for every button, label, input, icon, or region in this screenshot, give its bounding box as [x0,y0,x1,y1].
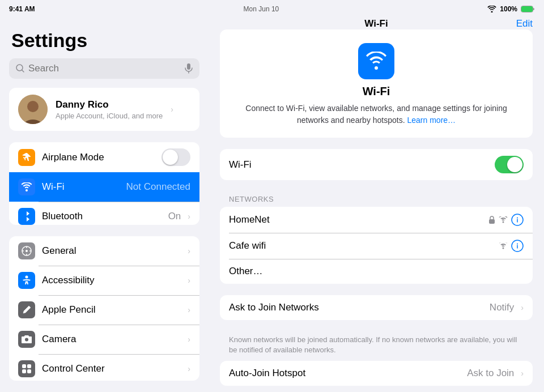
accessibility-icon-bg [18,272,35,289]
ask-to-join-row[interactable]: Ask to Join Networks Notify › [220,295,533,320]
panel-content: Wi-Fi Connect to Wi-Fi, view available n… [209,29,544,392]
wifi-icon [21,182,32,191]
accessibility-chevron: › [188,276,190,285]
wifi-toggle-label: Wi-Fi [229,159,488,171]
network-row-other[interactable]: Other… [220,259,533,284]
bluetooth-value: On [168,211,181,222]
panel-title: Wi-Fi [364,18,388,29]
svg-rect-22 [27,369,31,373]
controlcenter-icon [21,363,32,374]
general-icon [21,245,32,257]
controlcenter-chevron: › [188,364,190,373]
wifi-toggle[interactable] [495,156,524,173]
auto-join-row[interactable]: Auto-Join Hotspot Ask to Join › [220,361,533,386]
ask-to-join-card: Ask to Join Networks Notify › [220,295,533,320]
battery-icon [521,6,535,12]
svg-rect-19 [22,364,26,368]
auto-join-label: Auto-Join Hotspot [229,368,460,379]
sidebar-item-airplane[interactable]: Airplane Mode [9,142,199,172]
search-bar[interactable] [9,58,199,79]
sidebar-item-camera[interactable]: Camera › [9,325,199,354]
settings-section-connectivity: Airplane Mode Wi-Fi Not Connected [9,142,199,225]
svg-point-38 [517,218,518,219]
network-name-cafewifi: Cafe wifi [229,240,492,252]
wifi-hero-card: Wi-Fi Connect to Wi-Fi, view available n… [220,29,533,138]
bluetooth-label: Bluetooth [42,211,162,222]
network-row-cafewifi[interactable]: Cafe wifi [220,233,533,259]
airplane-icon [21,152,32,163]
svg-point-41 [517,244,518,245]
network-row-homenet[interactable]: HomeNet [220,207,533,233]
profile-info: Danny Rico Apple Account, iCloud, and mo… [56,99,163,120]
settings-title: Settings [0,25,209,58]
ask-to-join-label: Ask to Join Networks [229,302,483,313]
info-button-cafewifi[interactable] [511,240,524,252]
ask-to-join-value: Notify [490,302,514,313]
profile-cell[interactable]: Danny Rico Apple Account, iCloud, and mo… [9,88,199,131]
ask-to-join-chevron: › [521,303,524,312]
airplane-icon-bg [18,149,35,166]
wifi-hero-title: Wi-Fi [231,85,521,98]
svg-rect-1 [521,6,533,12]
svg-point-16 [26,276,28,279]
camera-icon-bg [18,331,35,348]
sidebar-item-applepencil[interactable]: Apple Pencil › [9,295,199,325]
wifi-status-icon [487,6,496,12]
wifi-signal-medium-icon [499,242,508,249]
applepencil-label: Apple Pencil [42,304,181,316]
airplane-toggle[interactable] [162,148,190,166]
airplane-label: Airplane Mode [42,152,155,163]
mic-icon [185,63,193,74]
bluetooth-icon-bg [18,208,35,225]
general-chevron: › [188,246,190,255]
svg-rect-3 [187,63,190,70]
auto-join-chevron: › [521,369,524,378]
camera-label: Camera [42,334,181,345]
wifi-hero-icon [365,52,388,71]
wifi-signal-strong-icon [499,216,508,223]
status-time: 9:41 AM [9,5,35,13]
sidebar-item-controlcenter[interactable]: Control Center › [9,354,199,381]
info-button-homenet[interactable] [511,214,524,226]
sidebar: Settings Dann [0,18,209,392]
bluetooth-chevron: › [188,212,190,221]
edit-button[interactable]: Edit [516,18,533,29]
wifi-app-icon [358,43,394,79]
right-panel: Wi-Fi Edit Wi-Fi Connect to Wi-Fi, view … [209,18,544,392]
svg-rect-20 [27,364,31,368]
ask-to-join-desc: Known networks will be joined automatica… [220,331,533,361]
network-name-other: Other… [229,266,524,277]
sidebar-item-general[interactable]: General › [9,236,199,266]
applepencil-chevron: › [188,305,190,314]
wifi-value: Not Connected [126,181,190,193]
networks-card: HomeNet [220,207,533,284]
bluetooth-icon [23,211,31,222]
applepencil-icon-bg [18,301,35,318]
wifi-toggle-row[interactable]: Wi-Fi [220,149,533,180]
network-icons-homenet [488,214,524,226]
sidebar-item-wifi[interactable]: Wi-Fi Not Connected [9,172,199,202]
svg-rect-36 [489,219,495,224]
wifi-toggle-card: Wi-Fi [220,149,533,180]
svg-point-6 [27,101,39,112]
search-icon [16,64,25,73]
sidebar-item-accessibility[interactable]: Accessibility › [9,266,199,295]
sidebar-item-bluetooth[interactable]: Bluetooth On › [9,202,199,225]
status-bar: 9:41 AM Mon Jun 10 100% [0,0,544,18]
controlcenter-label: Control Center [42,363,181,374]
lock-icon [488,216,495,224]
camera-chevron: › [188,335,190,344]
camera-icon [21,335,32,344]
auto-join-card: Auto-Join Hotspot Ask to Join › [220,361,533,386]
battery-percent: 100% [500,5,517,13]
learn-more-link[interactable]: Learn more… [407,116,456,125]
settings-section-prefs: General › Accessibility › [9,236,199,381]
network-icons-cafewifi [499,240,524,252]
controlcenter-icon-bg [18,360,35,377]
svg-point-18 [25,338,28,342]
wifi-label: Wi-Fi [42,181,120,193]
wifi-icon-bg [18,178,35,195]
search-input[interactable] [28,63,181,74]
network-name-homenet: HomeNet [229,214,482,225]
svg-point-11 [26,250,28,252]
